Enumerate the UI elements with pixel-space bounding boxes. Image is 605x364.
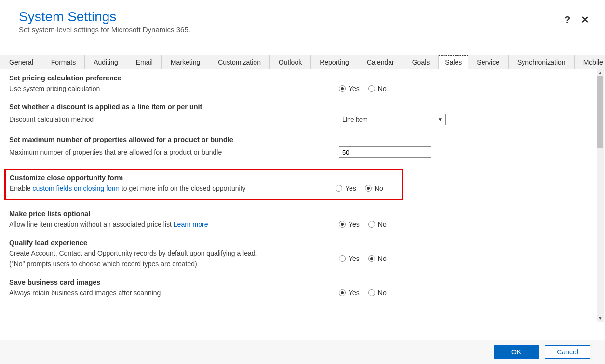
highlighted-section: Customize close opportunity form Enable … bbox=[4, 169, 403, 200]
radio-yes[interactable]: Yes bbox=[339, 85, 360, 92]
tab-formats[interactable]: Formats bbox=[42, 55, 85, 69]
radio-no[interactable]: No bbox=[368, 85, 387, 92]
radio-group-pricelists: Yes No bbox=[339, 221, 387, 228]
radio-no[interactable]: No bbox=[365, 184, 383, 192]
tab-mobile-client[interactable]: Mobile Client bbox=[575, 55, 605, 69]
scroll-thumb[interactable] bbox=[597, 76, 603, 148]
radio-yes[interactable]: Yes bbox=[339, 255, 360, 262]
custom-fields-link[interactable]: custom fields on closing form bbox=[32, 184, 120, 192]
dialog-footer: OK Cancel bbox=[0, 340, 605, 364]
tab-reporting[interactable]: Reporting bbox=[311, 55, 358, 69]
section-maxprops: Set maximum number of properties allowed… bbox=[9, 136, 596, 158]
cancel-button[interactable]: Cancel bbox=[545, 345, 590, 359]
radio-button-icon bbox=[339, 221, 346, 228]
close-icon[interactable]: ✕ bbox=[581, 14, 589, 25]
section-title: Set pricing calculation preference bbox=[9, 74, 596, 82]
section-qualifylead: Qualify lead experience Create Account, … bbox=[9, 239, 596, 268]
tab-service[interactable]: Service bbox=[468, 55, 509, 69]
settings-content: Set pricing calculation preference Use s… bbox=[0, 69, 605, 322]
section-title: Make price lists optional bbox=[9, 210, 596, 218]
content-wrap: Set pricing calculation preference Use s… bbox=[0, 69, 605, 322]
radio-button-icon bbox=[339, 85, 346, 92]
help-icon[interactable]: ? bbox=[565, 14, 570, 25]
vertical-scrollbar[interactable]: ▲ ▼ bbox=[597, 69, 604, 322]
ok-button[interactable]: OK bbox=[494, 345, 539, 359]
tab-email[interactable]: Email bbox=[127, 55, 162, 69]
section-bizcard: Save business card images Always retain … bbox=[9, 278, 596, 297]
section-title: Qualify lead experience bbox=[9, 239, 596, 247]
radio-button-icon bbox=[339, 255, 346, 262]
radio-button-icon bbox=[339, 289, 346, 296]
setting-label: Always retain business card images after… bbox=[9, 289, 339, 297]
tab-goals[interactable]: Goals bbox=[403, 55, 439, 69]
section-discount: Set whether a discount is applied as a l… bbox=[9, 103, 596, 125]
tab-calendar[interactable]: Calendar bbox=[358, 55, 403, 69]
tab-sales[interactable]: Sales bbox=[439, 55, 468, 69]
radio-button-icon bbox=[336, 185, 342, 192]
section-title: Customize close opportunity form bbox=[10, 174, 398, 182]
setting-label: Discount calculation method bbox=[9, 116, 339, 123]
setting-label: Allow line item creation without an asso… bbox=[9, 221, 339, 228]
dialog-header: System Settings Set system-level setting… bbox=[0, 0, 605, 40]
radio-no[interactable]: No bbox=[368, 255, 387, 262]
tab-general[interactable]: General bbox=[0, 55, 42, 69]
radio-button-icon bbox=[368, 289, 375, 296]
tab-auditing[interactable]: Auditing bbox=[85, 55, 127, 69]
tab-customization[interactable]: Customization bbox=[209, 55, 270, 69]
discount-method-select[interactable]: Line item ▼ bbox=[339, 114, 446, 125]
radio-button-icon bbox=[368, 85, 375, 92]
radio-group-bizcard: Yes No bbox=[339, 289, 387, 297]
page-subtitle: Set system-level settings for Microsoft … bbox=[19, 26, 590, 34]
scroll-down-icon[interactable]: ▼ bbox=[597, 315, 604, 322]
radio-button-icon bbox=[365, 185, 372, 192]
tab-synchronization[interactable]: Synchronization bbox=[509, 55, 575, 69]
tab-marketing[interactable]: Marketing bbox=[162, 55, 209, 69]
tabs-bar: GeneralFormatsAuditingEmailMarketingCust… bbox=[0, 55, 605, 69]
radio-no[interactable]: No bbox=[368, 221, 387, 228]
radio-group-qualifylead: Yes No bbox=[339, 255, 387, 262]
setting-subtext: ("No" prompts users to choose which reco… bbox=[9, 260, 339, 268]
chevron-down-icon: ▼ bbox=[438, 117, 443, 122]
scroll-up-icon[interactable]: ▲ bbox=[597, 69, 604, 76]
radio-no[interactable]: No bbox=[368, 289, 387, 297]
setting-label: Create Account, Contact and Opportunity … bbox=[9, 249, 339, 268]
setting-label: Enable custom fields on closing form to … bbox=[10, 184, 336, 192]
section-pricelists: Make price lists optional Allow line ite… bbox=[9, 210, 596, 228]
max-properties-input[interactable] bbox=[339, 146, 431, 158]
section-title: Set maximum number of properties allowed… bbox=[9, 136, 596, 143]
setting-label: Use system pricing calculation bbox=[9, 85, 339, 92]
tab-outlook[interactable]: Outlook bbox=[270, 55, 311, 69]
radio-yes[interactable]: Yes bbox=[339, 221, 360, 228]
radio-button-icon bbox=[368, 255, 375, 262]
setting-label: Maximum number of properties that are al… bbox=[9, 148, 339, 156]
radio-group-pricing: Yes No bbox=[339, 85, 387, 92]
section-title: Save business card images bbox=[9, 278, 596, 286]
section-title: Set whether a discount is applied as a l… bbox=[9, 103, 596, 111]
radio-yes[interactable]: Yes bbox=[336, 184, 356, 192]
learn-more-link[interactable]: Learn more bbox=[174, 221, 208, 228]
page-title: System Settings bbox=[19, 9, 590, 25]
radio-group-closeopp: Yes No bbox=[336, 184, 383, 192]
section-pricing: Set pricing calculation preference Use s… bbox=[9, 74, 596, 92]
radio-button-icon bbox=[368, 221, 375, 228]
scroll-track[interactable] bbox=[597, 76, 604, 315]
radio-yes[interactable]: Yes bbox=[339, 289, 360, 297]
